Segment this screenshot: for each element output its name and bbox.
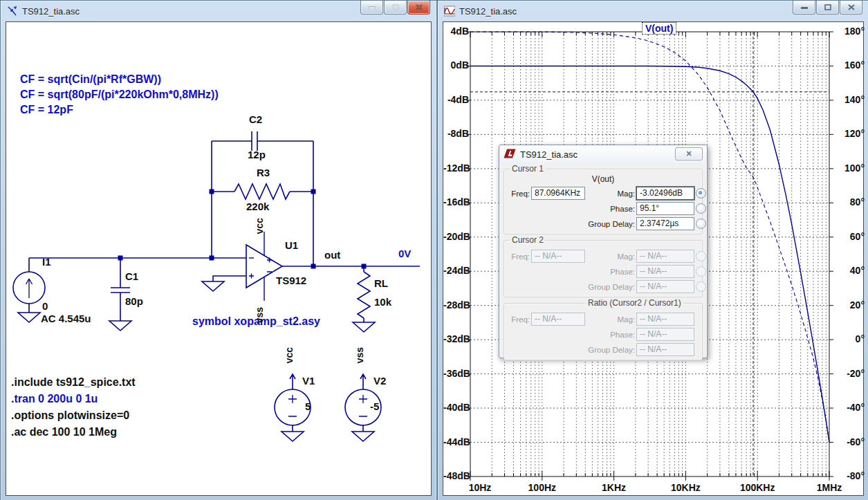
db-axis-label-2: -4dB (443, 94, 469, 105)
cursor2-legend: Cursor 2 (510, 235, 546, 245)
note-cf-numeric: CF = sqrt(80pF/(pi*220kOhm*0,8MHz)) (20, 89, 219, 101)
waveform-icon (444, 6, 455, 17)
cursor1-freq-label: Freq: (509, 189, 530, 198)
plot-window-title: TS912_tia.asc (459, 6, 517, 17)
plot-canvas[interactable]: V(out) TS912_tia.asc ✕ Cursor 1 V(out) F… (443, 21, 864, 496)
db-axis-label-11: -40dB (443, 402, 469, 413)
db-axis-label-5: -16dB (443, 196, 469, 207)
freq-axis-label-2: 1KHz (592, 482, 636, 493)
note-cf-result: CF = 12pF (20, 104, 73, 116)
label-v1-name: V1 (302, 376, 315, 387)
resistor-r3-symbol (234, 184, 290, 199)
close-button[interactable] (407, 1, 430, 15)
label-c2-name: C2 (249, 114, 262, 126)
plot-minimize-button[interactable] (793, 1, 815, 15)
cursor1-group-delay-field[interactable]: 2.37472µs (636, 217, 694, 230)
note-cf-formula: CF = sqrt(Cin/(pi*Rf*GBW)) (20, 73, 161, 86)
ratio-groupbox: Ratio (Cursor2 / Cursor1) Freq: -- N/A--… (504, 303, 703, 360)
label-v2-value: -5 (370, 401, 379, 413)
minimize-button[interactable] (360, 1, 383, 15)
label-u1-vcc: vcc (255, 216, 265, 237)
freq-axis-label-4: 100KHz (735, 482, 779, 493)
plot-restore-button[interactable] (816, 1, 839, 15)
label-rl-value: 10k (374, 297, 391, 308)
ratio-mag-label: Mag: (587, 315, 635, 324)
cursor2-group-delay-field: -- N/A-- (636, 280, 694, 293)
schematic-canvas[interactable]: CF = sqrt(Cin/(pi*Rf*GBW)) CF = sqrt(80p… (6, 21, 432, 496)
ratio-phase-label: Phase: (587, 331, 635, 339)
label-u1-name: U1 (285, 240, 298, 252)
ratio-mag-field: -- N/A-- (636, 313, 694, 326)
cursor2-mag-label: Mag: (587, 252, 635, 261)
plot-titlebar[interactable]: TS912_tia.asc (438, 1, 868, 21)
directive-options: .options plotwinsize=0 (11, 409, 129, 422)
ratio-freq-label: Freq: (509, 315, 530, 324)
lt-logo-icon (504, 149, 516, 160)
label-i1-ac: AC 4.545u (41, 313, 91, 325)
restore-button[interactable] (384, 1, 407, 15)
ground-c1-icon (109, 321, 131, 331)
db-axis-label-8: -28dB (443, 299, 469, 311)
schematic-window: TS912_tia.asc (0, 0, 437, 500)
opamp-plus-input-mark (249, 274, 254, 279)
ground-opamp-input-icon (202, 281, 224, 291)
phase-axis-label-6: 60° (835, 231, 865, 242)
label-v2-rail: vss (355, 345, 365, 366)
directive-tran: .tran 0 200u 0 1u (11, 393, 98, 405)
plot-legend[interactable]: V(out) (642, 22, 676, 35)
label-v2-name: V2 (373, 376, 386, 387)
ground-i1-icon (18, 313, 40, 322)
ground-v1-icon (281, 432, 304, 441)
label-net-out: out (324, 250, 340, 261)
label-r3-value: 220k (246, 201, 269, 213)
db-axis-label-12: -44dB (443, 436, 469, 447)
ratio-phase-field: -- N/A-- (636, 328, 694, 341)
phase-axis-label-1: 160° (835, 59, 865, 71)
cursor2-mag-field: -- N/A-- (636, 250, 694, 263)
label-c1-value: 80p (125, 296, 143, 308)
cursor-dialog-titlebar[interactable]: TS912_tia.asc ✕ (499, 145, 707, 163)
db-axis-label-13: -48dB (443, 470, 469, 481)
cursor1-phase-label: Phase: (587, 205, 635, 213)
phase-axis-label-12: -60° (835, 436, 865, 447)
label-i1-value: 0 (42, 301, 48, 313)
db-axis-label-4: -12dB (443, 163, 469, 174)
freq-axis-label-1: 100Hz (520, 482, 564, 493)
v2-polarity-marks (359, 395, 367, 416)
phase-axis-label-5: 80° (835, 196, 865, 207)
phase-axis-label-8: 20° (835, 299, 865, 311)
cursor1-mag-radio[interactable] (696, 188, 706, 198)
cursor-dialog-close-button[interactable]: ✕ (675, 147, 703, 160)
schematic-titlebar[interactable]: TS912_tia.asc (1, 1, 436, 21)
cursor1-mag-field[interactable]: -3.02496dB (636, 187, 694, 200)
phase-axis-label-2: 140° (835, 94, 865, 105)
plot-close-button[interactable] (840, 1, 862, 15)
cursor2-groupbox: Cursor 2 Freq: -- N/A-- Mag: -- N/A-- Ph… (504, 240, 703, 297)
db-axis-label-6: -20dB (443, 231, 469, 242)
label-out-voltage: 0V (398, 248, 411, 260)
label-v1-value: 5 (305, 401, 311, 413)
resistor-rl-symbol (358, 272, 370, 318)
label-u1-vss: vss (255, 305, 265, 326)
cursor1-phase-radio[interactable] (696, 203, 706, 214)
v1-polarity-marks (288, 395, 297, 416)
ground-v2-icon (352, 432, 374, 441)
label-c2-value: 12p (248, 149, 266, 161)
desktop: TS912_tia.asc (0, 0, 868, 500)
phase-axis-label-13: -80° (835, 470, 865, 481)
cursor1-legend: Cursor 1 (510, 164, 546, 174)
cursor1-freq-field[interactable]: 87.0964KHz (531, 187, 585, 200)
cursor1-phase-field[interactable]: 95.1° (636, 202, 694, 215)
label-v1-rail: vcc (284, 345, 295, 366)
db-axis-label-10: -36dB (443, 368, 469, 379)
cursor1-group-delay-label: Group Delay: (587, 220, 635, 228)
label-r3-name: R3 (257, 167, 270, 179)
cursor1-group-delay-radio[interactable] (696, 219, 706, 229)
capacitor-c1-symbol (111, 258, 130, 321)
phase-axis-label-9: 0° (835, 333, 865, 344)
directive-include: .include ts912_spice.txt (11, 376, 136, 389)
db-axis-label-7: -24dB (443, 265, 469, 276)
phase-axis-label-11: -40° (835, 402, 865, 413)
cursor-dialog[interactable]: TS912_tia.asc ✕ Cursor 1 V(out) Freq: 87… (499, 145, 708, 358)
cursor1-trace-name: V(out) (506, 174, 701, 184)
